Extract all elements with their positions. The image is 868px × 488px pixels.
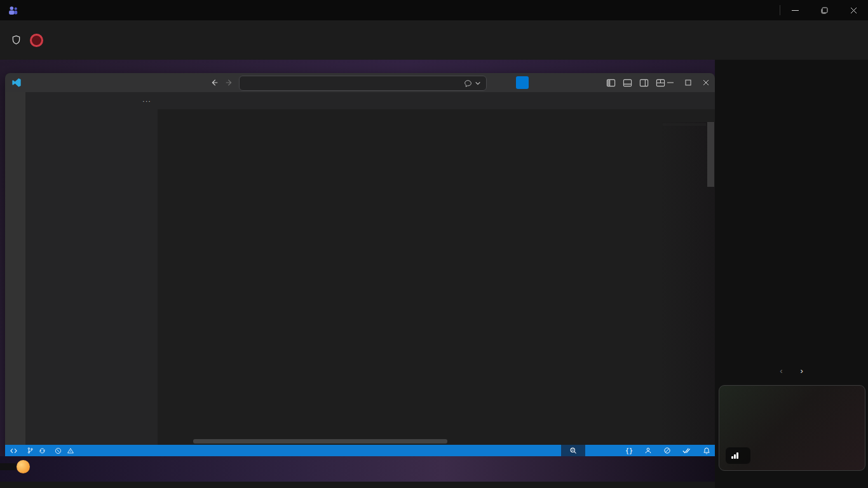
chevron-down-icon[interactable]	[475, 80, 481, 86]
status-sign-in[interactable]	[640, 445, 659, 456]
toggle-sidebar-icon[interactable]	[606, 78, 616, 88]
eol-setting[interactable]	[612, 445, 621, 456]
participants-panel: ‹ ›	[715, 60, 868, 488]
notifications-bell-icon[interactable]	[698, 445, 715, 456]
cursor-position[interactable]	[585, 445, 594, 456]
signal-strength-icon	[731, 452, 738, 459]
editor-zone	[158, 92, 715, 445]
toggle-panel-icon[interactable]	[623, 78, 632, 88]
page-prev-icon[interactable]: ‹	[780, 366, 782, 376]
magnifier-indicator-icon[interactable]	[561, 445, 585, 456]
feedback-icon[interactable]	[464, 79, 472, 88]
command-center-search[interactable]	[239, 76, 487, 91]
weather-sun-icon	[17, 460, 30, 473]
status-bar: {}	[5, 445, 715, 456]
nav-back-button[interactable]	[210, 78, 219, 87]
git-branch-indicator[interactable]	[22, 445, 50, 456]
sync-icon	[39, 447, 46, 454]
editor-scrollbar[interactable]	[707, 122, 714, 187]
language-mode[interactable]: {}	[621, 445, 640, 456]
vscode-window: ···	[5, 73, 715, 456]
vscode-logo-icon	[11, 78, 22, 88]
avatar	[772, 408, 813, 449]
presenter-name-tag	[0, 463, 17, 470]
spotlight-tile[interactable]	[719, 385, 865, 471]
nav-forward-button[interactable]	[225, 78, 234, 87]
live-server-port[interactable]	[659, 445, 678, 456]
meeting-control-bar	[0, 20, 868, 60]
breadcrumb[interactable]	[158, 109, 715, 122]
editor-horizontal-scrollbar[interactable]	[193, 439, 447, 444]
screen: { "teams": { "title": "MINICURSO 1º 2026…	[0, 0, 868, 488]
problems-indicator[interactable]	[50, 445, 81, 456]
indentation-setting[interactable]	[594, 445, 603, 456]
vscode-restore-button[interactable]	[679, 73, 697, 92]
vscode-close-button[interactable]	[697, 73, 715, 92]
vscode-title-bar	[5, 73, 715, 92]
vscode-minimize-button[interactable]	[661, 73, 679, 92]
participants-pagination: ‹ ›	[715, 366, 868, 376]
letterbox-strip	[0, 482, 715, 488]
vscode-sign-in-button[interactable]	[516, 76, 529, 89]
remote-indicator-icon[interactable]	[5, 445, 22, 456]
page-next-icon[interactable]: ›	[801, 366, 803, 376]
weather-widget[interactable]	[17, 458, 34, 473]
code-editor[interactable]	[158, 122, 715, 445]
close-button[interactable]	[839, 0, 868, 20]
encoding-setting[interactable]	[603, 445, 612, 456]
teams-title-bar	[0, 0, 868, 20]
explorer-sidebar: ···	[25, 92, 158, 445]
toggle-secondary-sidebar-icon[interactable]	[639, 78, 649, 88]
activity-bar	[5, 92, 25, 445]
maximize-button[interactable]	[810, 0, 839, 20]
recording-indicator-icon	[30, 34, 43, 47]
windows-taskbar	[0, 456, 715, 482]
minimize-button[interactable]	[780, 0, 810, 20]
explorer-more-actions[interactable]: ···	[142, 97, 151, 105]
minimap[interactable]	[663, 123, 706, 126]
shared-desktop: ···	[0, 60, 715, 482]
teams-logo-icon	[8, 5, 18, 16]
formatter-indicator[interactable]	[678, 445, 698, 456]
shield-icon	[10, 34, 22, 46]
